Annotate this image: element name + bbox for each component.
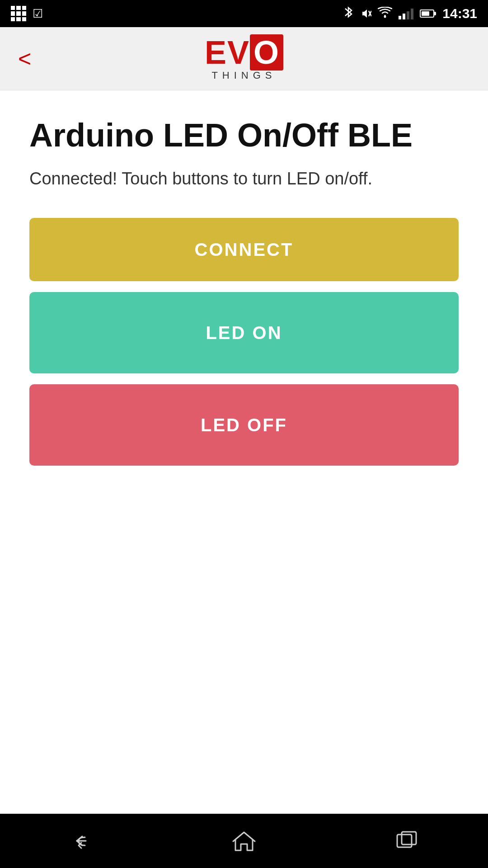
battery-icon [420,9,436,18]
status-bar: ☑ [0,0,488,27]
nav-recent-button[interactable] [389,827,425,854]
main-content: Arduino LED On/Off BLE Connected! Touch … [0,90,488,814]
logo-evo: EVO [205,36,283,69]
nav-back-button[interactable] [63,827,99,854]
logo-things: THINGS [211,70,276,81]
header: < EVO THINGS [0,27,488,90]
signal-icon [399,8,413,19]
status-bar-left: ☑ [11,6,43,21]
nav-home-button[interactable] [226,827,262,854]
led-on-button[interactable]: LED ON [29,292,459,373]
logo: EVO THINGS [205,36,283,81]
connect-button[interactable]: CONNECT [29,218,459,281]
barcode-icon [11,6,26,21]
logo-letter-e: E [205,34,227,71]
wifi-icon [378,7,392,20]
led-off-button[interactable]: LED OFF [29,384,459,466]
status-bar-right: 14:31 [343,6,477,22]
checkbox-icon: ☑ [33,7,43,21]
back-button[interactable]: < [18,47,31,70]
page-title: Arduino LED On/Off BLE [29,118,459,153]
mute-icon [360,7,371,20]
bluetooth-icon [343,6,353,22]
svg-rect-3 [397,835,412,847]
logo-letter-o: O [250,34,283,71]
page-description: Connected! Touch buttons to turn LED on/… [29,167,459,191]
svg-rect-4 [402,832,416,844]
logo-letter-v: V [227,34,250,71]
nav-bar [0,814,488,868]
status-time: 14:31 [442,6,477,21]
svg-point-2 [384,16,386,18]
